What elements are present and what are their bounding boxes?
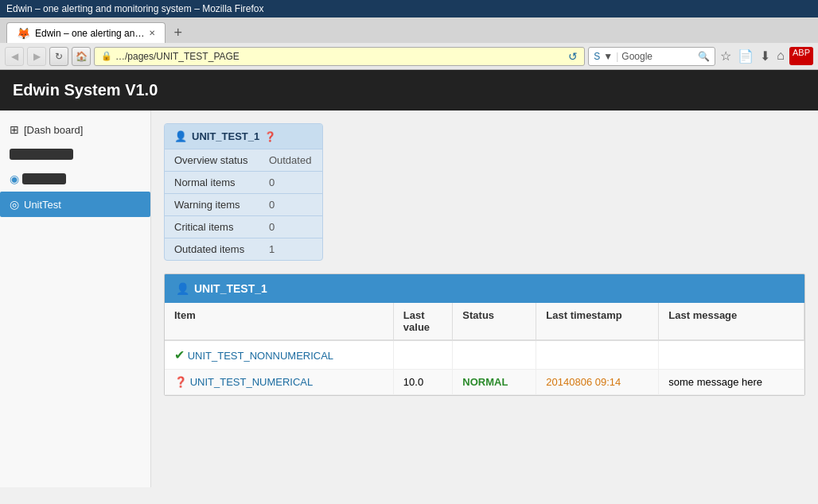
status-row-warning: Warning items 0 [165,194,322,216]
status-row-normal: Normal items 0 [165,172,322,194]
status-badge-normal: NORMAL [462,376,508,388]
status-card-table: Overview status Outdated Normal items 0 … [165,149,322,260]
sidebar-item-dashboard[interactable]: ⊞ [Dash board] [0,117,150,142]
sidebar: ⊞ [Dash board] ◉ ◎ UnitTest [0,110,151,487]
status-value-overview: Outdated [259,149,322,172]
status-cell-numerical: NORMAL [453,370,536,395]
refresh-button[interactable]: ↻ [49,47,68,66]
address-text: …/pages/UNIT_TEST_PAGE [115,51,565,62]
status-row-outdated: Outdated items 1 [165,238,322,261]
browser-titlebar: Edwin – one alerting and monitoring syst… [0,0,818,17]
status-card: 👤 UNIT_TEST_1 ❓ Overview status Outdated… [164,123,323,261]
message-cell-nonnumerical [659,340,804,370]
redacted-block-1 [10,149,73,160]
back-button[interactable]: ◀ [5,47,24,66]
help-icon[interactable]: ❓ [264,131,276,142]
col-last-value: Lastvalue [393,303,453,340]
item-link-nonnumerical[interactable]: UNIT_TEST_NONNUMERICAL [188,350,333,362]
new-tab-button[interactable]: + [169,23,187,43]
redacted-block-2 [22,173,66,184]
timestamp-cell-numerical: 20140806 09:14 [536,370,659,395]
home-button[interactable]: 🏠 [72,47,91,66]
circle-icon: ◉ [10,173,19,185]
search-divider: | [616,51,618,62]
sidebar-redacted-2: ◉ [0,166,150,192]
status-label-overview: Overview status [165,149,259,172]
status-row-critical: Critical items 0 [165,216,322,238]
message-cell-numerical: some message here [659,370,804,395]
circle-active-icon: ◎ [10,198,19,211]
status-label-normal: Normal items [165,172,259,194]
search-engine-label: ▼ [603,51,613,62]
app-body: ⊞ [Dash board] ◉ ◎ UnitTest 👤 UNIT_TEST_… [0,110,818,487]
status-label-critical: Critical items [165,216,259,238]
timestamp-link[interactable]: 20140806 09:14 [546,376,621,388]
dashboard-icon: ⊞ [10,123,19,136]
status-card-header: 👤 UNIT_TEST_1 ❓ [165,124,322,149]
downloads-icon[interactable]: 📄 [736,47,755,65]
status-label-warning: Warning items [165,194,259,216]
browser-title: Edwin – one alerting and monitoring syst… [6,3,263,14]
browser-tabs: 🦊 Edwin – one alerting an… ✕ + [0,17,818,43]
status-label-outdated: Outdated items [165,238,259,261]
status-cell-nonnumerical [453,340,536,370]
sidebar-redacted-1 [0,142,150,166]
app-title: Edwin System V1.0 [13,81,158,99]
detail-table: Item Lastvalue Status Last timestamp Las… [165,303,804,395]
forward-button[interactable]: ▶ [27,47,46,66]
table-row: ❓ UNIT_TEST_NUMERICAL 10.0 NORMAL 201408… [165,370,804,395]
value-cell-nonnumerical [393,340,453,370]
detail-card-header: 👤 UNIT_TEST_1 [165,274,804,303]
reload-icon[interactable]: ↺ [568,50,578,63]
status-value-outdated: 1 [259,238,322,261]
tab-label: Edwin – one alerting an… [35,28,144,39]
status-row-overview: Overview status Outdated [165,149,322,172]
bookmarks-icon[interactable]: ☆ [719,47,733,65]
sidebar-item-unittest[interactable]: ◎ UnitTest [0,192,150,217]
col-last-timestamp: Last timestamp [536,303,659,340]
check-icon: ✔ [174,348,185,362]
timestamp-cell-nonnumerical [536,340,659,370]
home-nav-icon[interactable]: ⌂ [775,47,786,65]
sidebar-dashboard-label: [Dash board] [24,124,83,136]
browser-nav-icons: ☆ 📄 ⬇ ⌂ ABP [719,47,813,65]
question-icon: ❓ [174,376,187,388]
browser-tab-active[interactable]: 🦊 Edwin – one alerting an… ✕ [6,22,166,43]
status-value-normal: 0 [259,172,322,194]
search-placeholder: Google [621,51,695,62]
detail-card: 👤 UNIT_TEST_1 Item Lastvalue Status Last… [164,273,805,396]
table-row: ✔ UNIT_TEST_NONNUMERICAL [165,340,804,370]
save-icon[interactable]: ⬇ [758,47,772,65]
tab-close-button[interactable]: ✕ [149,29,155,37]
detail-card-title: UNIT_TEST_1 [194,282,267,295]
main-content: 👤 UNIT_TEST_1 ❓ Overview status Outdated… [151,110,818,487]
app-header: Edwin System V1.0 [0,70,818,110]
detail-user-icon: 👤 [176,282,189,295]
status-card-title: UNIT_TEST_1 [192,130,259,142]
item-link-numerical[interactable]: UNIT_TEST_NUMERICAL [190,376,314,388]
item-cell-numerical: ❓ UNIT_TEST_NUMERICAL [165,370,393,395]
value-cell-numerical: 10.0 [393,370,453,395]
addon-icon[interactable]: ABP [789,47,813,65]
col-status: Status [453,303,536,340]
col-item: Item [165,303,393,340]
search-bar[interactable]: S ▼ | Google 🔍 [588,47,715,66]
col-last-message: Last message [659,303,804,340]
sidebar-unittest-label: UnitTest [24,199,61,211]
detail-table-header-row: Item Lastvalue Status Last timestamp Las… [165,303,804,340]
address-bar[interactable]: 🔒 …/pages/UNIT_TEST_PAGE ↺ [94,47,585,66]
status-value-critical: 0 [259,216,322,238]
search-icon[interactable]: 🔍 [698,51,710,62]
browser-nav: ◀ ▶ ↻ 🏠 🔒 …/pages/UNIT_TEST_PAGE ↺ S ▼ |… [0,43,818,70]
user-icon: 👤 [174,130,187,142]
item-cell-nonnumerical: ✔ UNIT_TEST_NONNUMERICAL [165,340,393,370]
status-value-warning: 0 [259,194,322,216]
